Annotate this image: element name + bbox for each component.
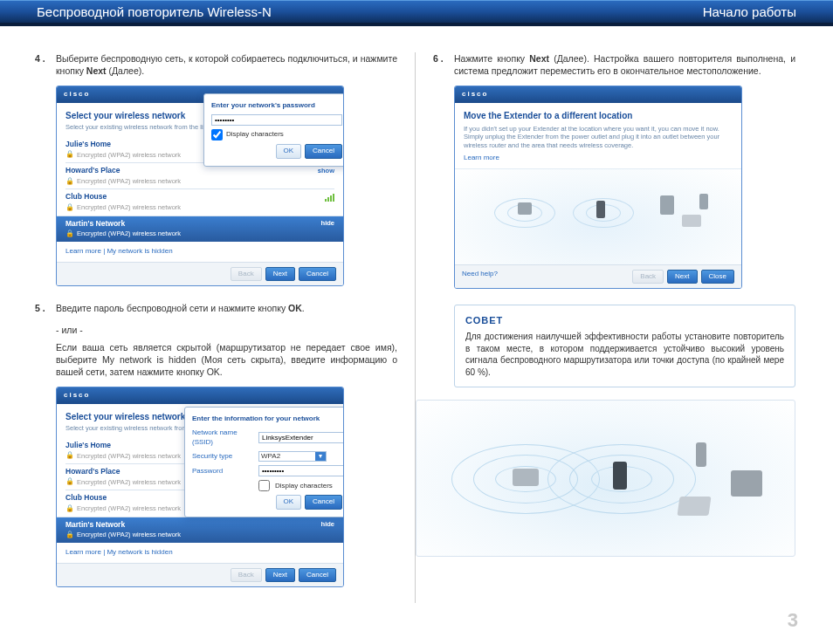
dialog-links[interactable]: Learn more | My network is hidden [65, 247, 334, 257]
display-chars-label: Display characters [275, 482, 333, 491]
network-security: Encrypted (WPA2) wireless network [77, 230, 181, 238]
back-button[interactable]: Back [231, 568, 262, 583]
step-text: Нажмите кнопку Next (Далее). Настройка в… [454, 52, 795, 77]
right-column: 6 . Нажмите кнопку Next (Далее). Настрой… [416, 52, 795, 603]
close-button[interactable]: Close [701, 270, 734, 284]
ssid-label: Network name (SSID) [192, 428, 253, 448]
lock-icon: 🔒 [65, 177, 74, 187]
left-column: 4 . Выберите беспроводную сеть, к которо… [35, 52, 415, 603]
lock-icon: 🔒 [65, 230, 74, 239]
ssid-input[interactable] [258, 432, 344, 443]
step-text: Введите пароль беспроводной сети и нажми… [56, 302, 305, 314]
display-chars-checkbox[interactable] [211, 129, 223, 140]
network-security: Encrypted (WPA2) wireless network [77, 177, 181, 186]
network-security: Encrypted (WPA2) wireless network [77, 151, 181, 160]
tip-box: Совет Для достижения наилучшей эффективн… [454, 305, 795, 387]
dialog-button-bar: Back Next Cancel [57, 563, 343, 587]
network-item-selected[interactable]: Martin's Networkhide 🔒Encrypted (WPA2) w… [57, 216, 343, 242]
dialog-button-bar: Back Next Cancel [57, 262, 343, 286]
next-button[interactable]: Next [667, 270, 697, 284]
bold-ok: OK [288, 303, 302, 313]
text: Введите пароль беспроводной сети и нажми… [56, 303, 288, 313]
screenshot-hidden-network: cisco Select your wireless network Selec… [56, 387, 397, 587]
step-6: 6 . Нажмите кнопку Next (Далее). Настрой… [433, 52, 795, 77]
setup-dialog: cisco Move the Extender to a different l… [454, 86, 742, 289]
network-item-selected[interactable]: Martin's Networkhide 🔒Encrypted (WPA2) w… [57, 517, 343, 543]
text: Нажмите кнопку [454, 53, 529, 64]
lock-icon: 🔒 [65, 504, 74, 514]
laptop-icon [682, 215, 701, 227]
router-icon [513, 469, 539, 486]
desktop-icon [660, 195, 674, 215]
placement-illustration [455, 168, 741, 264]
back-button[interactable]: Back [632, 270, 664, 284]
lock-icon: 🔒 [65, 451, 74, 461]
extender-icon [596, 201, 605, 218]
lock-icon: 🔒 [65, 531, 74, 540]
learn-more-link[interactable]: Learn more [464, 154, 733, 163]
modal-title: Enter your network's password [211, 101, 342, 111]
back-button[interactable]: Back [231, 267, 262, 282]
network-name: Club House [65, 493, 107, 503]
lock-icon: 🔒 [65, 150, 74, 160]
need-help-link[interactable]: Need help? [462, 270, 498, 284]
dialog-titlebar: cisco [57, 387, 343, 404]
select-value: WPA2 [261, 452, 280, 462]
tip-title: Совет [465, 314, 784, 327]
phone-icon [696, 442, 706, 467]
next-button[interactable]: Next [265, 568, 295, 583]
screenshot-move-extender: cisco Move the Extender to a different l… [454, 86, 795, 289]
lock-icon: 🔒 [65, 203, 74, 213]
network-security: Encrypted (WPA2) wireless network [77, 452, 181, 461]
network-security: Encrypted (WPA2) wireless network [77, 203, 181, 212]
tip-body: Для достижения наилучшей эффективности р… [465, 331, 784, 378]
signal-icon [325, 194, 334, 202]
extender-icon [613, 462, 627, 490]
page-body: 4 . Выберите беспроводную сеть, к которо… [0, 26, 833, 641]
ok-button[interactable]: OK [276, 144, 302, 159]
cisco-logo: cisco [64, 391, 90, 399]
network-info-modal: Enter the information for your network N… [184, 407, 344, 517]
laptop-icon [677, 497, 711, 516]
network-name: Julie's Home [65, 441, 111, 450]
password-modal: Enter your network's password Display ch… [203, 93, 344, 167]
bold-next: Next [529, 53, 549, 64]
cisco-logo: cisco [64, 90, 90, 98]
page-number: 3 [788, 609, 798, 632]
step-5: 5 . Введите пароль беспроводной сети и н… [35, 302, 397, 314]
bold-next: Next [86, 65, 107, 76]
step-number: 5 . [35, 302, 51, 314]
password-input[interactable] [211, 114, 342, 126]
network-name: Martin's Network [65, 520, 125, 530]
cancel-button[interactable]: Cancel [299, 568, 336, 583]
dialog-links[interactable]: Learn more | My network is hidden [65, 548, 334, 558]
network-name: Club House [65, 192, 107, 202]
step-4: 4 . Выберите беспроводную сеть, к которо… [35, 52, 397, 77]
network-security: Encrypted (WPA2) wireless network [77, 531, 181, 539]
network-name: Martin's Network [65, 219, 125, 229]
toggle-hide[interactable]: hide [321, 219, 334, 228]
toggle-hide[interactable]: hide [321, 520, 334, 529]
header-title-right: Начало работы [703, 4, 796, 19]
network-item[interactable]: Club House 🔒Encrypted (WPA2) wireless ne… [65, 188, 334, 215]
cancel-button[interactable]: Cancel [299, 267, 336, 282]
step5-paragraph: Если ваша сеть является скрытой (маршрут… [56, 341, 397, 379]
network-security: Encrypted (WPA2) wireless network [77, 478, 181, 487]
password-input[interactable] [258, 465, 344, 476]
header-title-left: Беспроводной повторитель Wireless-N [37, 4, 272, 19]
step-number: 6 . [433, 52, 449, 77]
security-type-select[interactable]: WPA2▾ [258, 451, 327, 462]
dialog-titlebar: cisco [455, 86, 741, 103]
sectype-label: Security type [192, 452, 253, 462]
next-button[interactable]: Next [265, 267, 295, 282]
document-header: Беспроводной повторитель Wireless-N Нача… [0, 0, 833, 26]
ok-button[interactable]: OK [276, 495, 302, 510]
dialog-body-text: If you didn't set up your Extender at th… [464, 125, 733, 150]
step5-or: - или - [56, 324, 397, 336]
phone-icon [699, 194, 708, 209]
cancel-button[interactable]: Cancel [305, 495, 342, 510]
display-chars-checkbox[interactable] [258, 480, 270, 491]
toggle-show[interactable]: show [318, 167, 334, 175]
cancel-button[interactable]: Cancel [305, 144, 342, 159]
modal-title: Enter the information for your network [192, 414, 342, 424]
